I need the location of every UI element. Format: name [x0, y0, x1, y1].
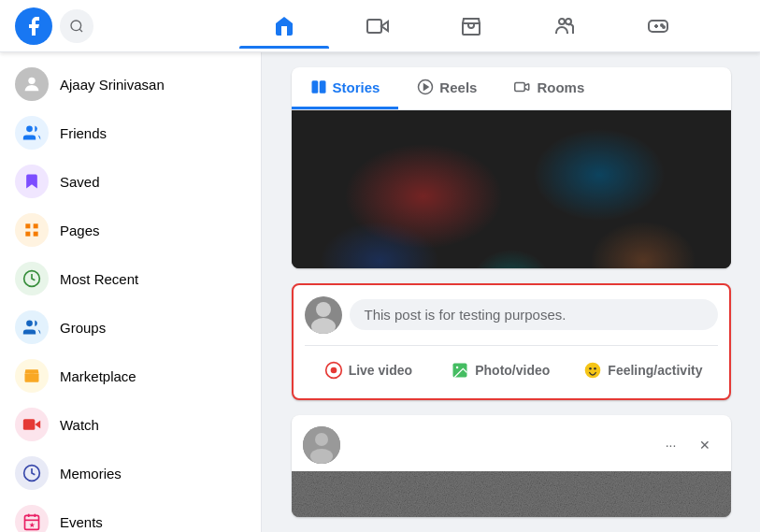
composer-actions: Live video Photo/video — [305, 345, 718, 387]
post-more-button[interactable]: ··· — [656, 430, 686, 460]
nav-tab-gaming[interactable] — [613, 4, 703, 49]
svg-rect-2 — [367, 20, 381, 33]
nav-center-tabs — [239, 4, 703, 49]
top-navigation — [0, 0, 760, 52]
sidebar-item-pages[interactable]: Pages — [7, 206, 253, 254]
search-button[interactable] — [60, 9, 93, 43]
composer-user-avatar — [305, 296, 342, 334]
svg-marker-1 — [381, 22, 388, 31]
sidebar-item-groups[interactable]: Groups — [7, 303, 253, 352]
svg-point-13 — [28, 78, 35, 84]
sidebar-username: Ajaay Srinivasan — [60, 77, 165, 93]
feeling-activity-label: Feeling/activity — [608, 363, 702, 378]
sidebar-saved-label: Saved — [60, 174, 100, 190]
svg-point-36 — [316, 302, 331, 317]
photo-video-icon — [451, 361, 469, 380]
groups-icon — [15, 310, 49, 344]
stories-tab-label: Stories — [333, 79, 380, 95]
post-card-bottom: ··· ✕ — [292, 415, 731, 517]
sidebar-most-recent-label: Most Recent — [60, 271, 138, 287]
sidebar-item-saved[interactable]: Saved — [7, 157, 253, 206]
live-video-action[interactable]: Live video — [305, 353, 433, 387]
sidebar-item-watch[interactable]: Watch — [7, 400, 253, 449]
sidebar-item-events[interactable]: ★ Events — [7, 497, 253, 532]
svg-marker-18 — [35, 421, 40, 428]
sidebar: Ajaay Srinivasan Friends Saved — [0, 52, 262, 532]
rooms-tab-label: Rooms — [537, 79, 584, 95]
svg-point-14 — [26, 126, 33, 133]
nav-left — [15, 7, 239, 45]
post-input-field[interactable]: This post is for testing purposes. — [350, 299, 718, 330]
nav-tab-home[interactable] — [239, 4, 329, 49]
post-image-placeholder — [292, 471, 731, 517]
svg-rect-34 — [292, 110, 731, 268]
post-close-button[interactable]: ✕ — [690, 430, 720, 460]
reels-tab-label: Reels — [439, 79, 477, 95]
nav-right — [703, 9, 760, 43]
svg-point-7 — [663, 26, 665, 28]
svg-marker-32 — [424, 84, 429, 90]
pages-icon — [15, 213, 49, 247]
sidebar-groups-label: Groups — [60, 320, 106, 336]
svg-rect-33 — [515, 83, 525, 92]
watch-icon — [15, 408, 49, 441]
nav-tab-groups[interactable] — [520, 4, 609, 49]
events-icon: ★ — [15, 505, 49, 532]
live-video-label: Live video — [349, 363, 412, 378]
memories-icon — [15, 456, 49, 490]
post-user-avatar — [303, 426, 340, 464]
more-options-icon: ··· — [666, 438, 677, 453]
svg-rect-19 — [23, 419, 35, 430]
svg-point-42 — [585, 363, 601, 379]
svg-point-44 — [595, 367, 597, 370]
photo-video-action[interactable]: Photo/video — [436, 353, 565, 387]
close-icon: ✕ — [699, 438, 710, 453]
composer-placeholder-text: This post is for testing purposes. — [365, 307, 566, 323]
sidebar-events-label: Events — [60, 514, 103, 530]
main-layout: Ajaay Srinivasan Friends Saved — [0, 52, 760, 532]
tab-stories[interactable]: Stories — [292, 67, 399, 109]
sidebar-pages-label: Pages — [60, 223, 100, 238]
nav-tab-marketplace[interactable] — [426, 4, 516, 49]
stories-tabs: Stories Reels Rooms — [292, 67, 731, 110]
user-avatar — [15, 67, 49, 101]
svg-point-0 — [71, 21, 81, 31]
nav-tab-watch[interactable] — [333, 4, 423, 49]
svg-point-38 — [330, 367, 337, 374]
post-image — [292, 471, 731, 517]
stories-content — [292, 110, 731, 268]
post-card-top-actions: ··· ✕ — [656, 430, 720, 460]
most-recent-icon — [15, 262, 49, 295]
stories-grain-overlay — [292, 110, 731, 268]
feeling-activity-action[interactable]: Feeling/activity — [568, 353, 717, 387]
stories-card: Stories Reels Rooms — [292, 67, 731, 268]
post-card-header: ··· ✕ — [292, 415, 731, 471]
sidebar-user-profile[interactable]: Ajaay Srinivasan — [7, 60, 253, 108]
svg-rect-29 — [311, 80, 318, 93]
sidebar-friends-label: Friends — [60, 125, 107, 141]
facebook-logo[interactable] — [15, 7, 52, 45]
svg-point-3 — [559, 19, 565, 24]
svg-point-41 — [456, 367, 459, 369]
sidebar-watch-label: Watch — [60, 417, 99, 433]
sidebar-item-most-recent[interactable]: Most Recent — [7, 254, 253, 303]
sidebar-item-marketplace[interactable]: Marketplace — [7, 352, 253, 400]
svg-point-16 — [26, 321, 33, 327]
marketplace-icon — [15, 359, 49, 393]
feeling-icon — [583, 361, 602, 380]
live-video-icon — [324, 361, 343, 380]
sidebar-marketplace-label: Marketplace — [60, 368, 136, 384]
svg-point-46 — [315, 433, 328, 446]
sidebar-item-memories[interactable]: Memories — [7, 449, 253, 497]
photo-video-label: Photo/video — [475, 363, 550, 378]
friends-icon — [15, 116, 49, 150]
tab-rooms[interactable]: Rooms — [495, 67, 603, 109]
svg-point-47 — [310, 449, 333, 464]
sidebar-memories-label: Memories — [60, 466, 122, 482]
saved-icon — [15, 165, 49, 198]
sidebar-item-friends[interactable]: Friends — [7, 108, 253, 157]
svg-text:★: ★ — [29, 522, 36, 528]
main-feed: Stories Reels Rooms — [262, 52, 760, 532]
tab-reels[interactable]: Reels — [398, 67, 495, 109]
svg-rect-30 — [319, 80, 325, 93]
